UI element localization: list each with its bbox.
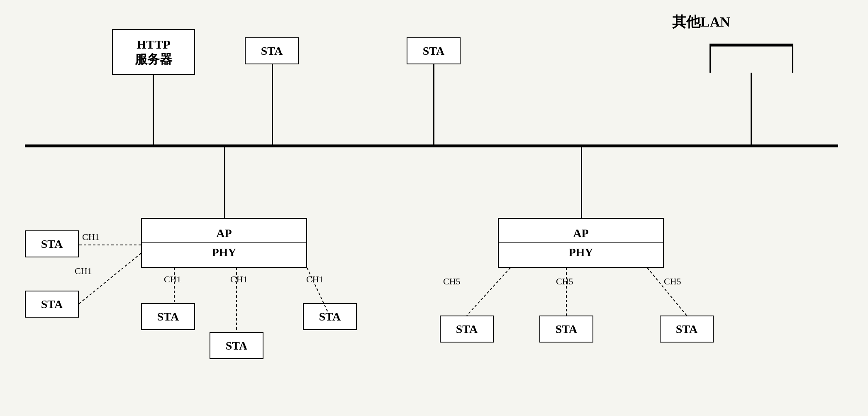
ap1-top-label: AP: [142, 224, 306, 243]
sta-mid3: STA: [303, 303, 357, 330]
ch1-label-mid1: CH1: [164, 274, 181, 285]
svg-line-1: [79, 253, 141, 304]
sta-left2: STA: [25, 291, 79, 318]
other-lan-bar: [710, 44, 792, 46]
ch1-label-mid2: CH1: [230, 274, 248, 285]
sta-right2: STA: [539, 316, 593, 343]
sta-top-left-line-v: [272, 64, 273, 145]
other-lan-bus-v: [751, 73, 752, 145]
svg-line-5: [467, 268, 510, 316]
http-label: HTTP: [137, 37, 171, 52]
sta-top-left: STA: [245, 37, 299, 64]
ap2-line-v: [581, 145, 582, 220]
main-bus: [25, 144, 838, 147]
ap1-bottom-label: PHY: [142, 243, 306, 262]
sta-right1: STA: [440, 316, 494, 343]
other-lan-left-leg: [710, 44, 711, 73]
http-line-v: [153, 75, 154, 145]
svg-line-7: [647, 268, 687, 316]
ap1-line-v: [224, 145, 225, 220]
sta-mid2: STA: [210, 332, 263, 359]
sta-mid1: STA: [141, 303, 195, 330]
ch5-label-right2: CH5: [556, 276, 573, 287]
ch1-label-left2: CH1: [75, 266, 92, 277]
ap2-bottom-label: PHY: [499, 243, 663, 262]
ap2-top-label: AP: [499, 224, 663, 243]
sta-right3: STA: [660, 316, 714, 343]
ap1-box: AP PHY: [141, 218, 307, 268]
ch5-label-right3: CH5: [664, 276, 681, 287]
network-diagram: 其他LAN HTTP 服务器 STA STA AP PHY AP PHY: [0, 0, 868, 416]
sta-top-mid-line-v: [433, 64, 434, 145]
sta-left1: STA: [25, 230, 79, 257]
ch1-label-mid3: CH1: [306, 274, 324, 285]
server-label: 服务器: [135, 52, 172, 67]
ch1-label-left1: CH1: [82, 232, 100, 242]
ch5-label-right1: CH5: [443, 276, 461, 287]
http-server-box: HTTP 服务器: [112, 29, 195, 75]
ap2-box: AP PHY: [498, 218, 664, 268]
other-lan-label: 其他LAN: [672, 12, 730, 32]
sta-top-middle: STA: [407, 37, 461, 64]
other-lan-right-leg: [792, 44, 793, 73]
